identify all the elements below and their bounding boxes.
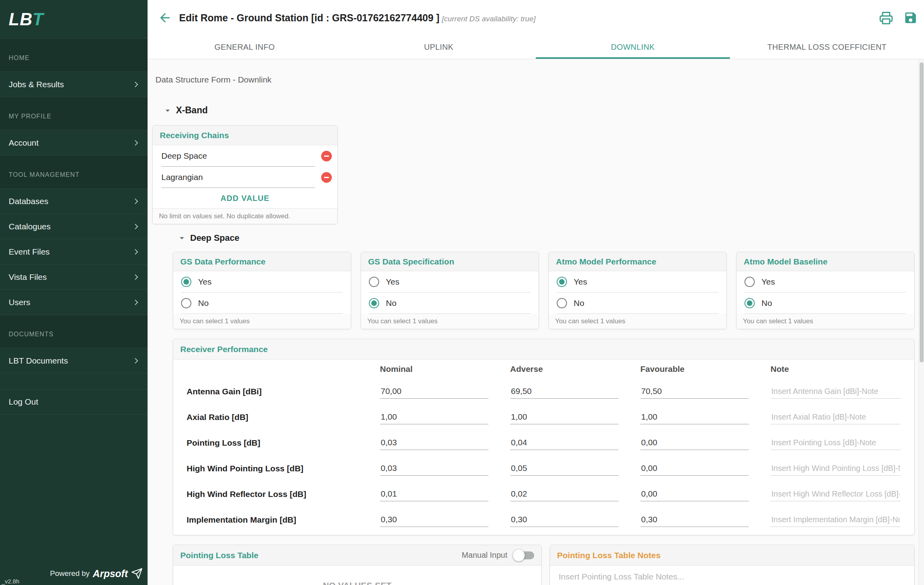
- arpsoft-logo-icon: [131, 568, 143, 579]
- chevron-right-icon: [132, 80, 140, 89]
- row-label: High Wind Pointing Loss [dB]: [183, 464, 380, 473]
- favourable-input[interactable]: [640, 384, 749, 399]
- manual-input-toggle[interactable]: [514, 551, 534, 559]
- sidebar-item-label: Event Files: [9, 247, 50, 257]
- save-button[interactable]: [903, 11, 918, 25]
- adverse-input[interactable]: [510, 461, 619, 476]
- sidebar-item-event-files[interactable]: Event Files: [0, 239, 148, 264]
- option-label: No: [198, 298, 209, 308]
- option-row: Yes: [557, 271, 718, 292]
- scrollbar-track[interactable]: [918, 59, 924, 585]
- nominal-input[interactable]: [380, 487, 488, 501]
- app-logo[interactable]: LBT: [9, 9, 44, 29]
- form-title: Data Structure Form - Downlink: [155, 59, 919, 84]
- add-value-button[interactable]: ADD VALUE: [221, 194, 269, 203]
- chevron-right-icon: [132, 273, 140, 281]
- sidebar-item-log-out[interactable]: Log Out: [0, 389, 148, 414]
- chevron-right-icon: [132, 298, 140, 307]
- column-header-note: Note: [771, 364, 905, 374]
- tab-label: DOWNLINK: [611, 43, 655, 52]
- bottom-cards-row: Pointing Loss Table Manual Input NO VALU…: [173, 545, 919, 585]
- sidebar-item-databases[interactable]: Databases: [0, 189, 148, 214]
- favourable-input[interactable]: [640, 410, 749, 424]
- gs-data-specification-card: GS Data Specification Yes No You can sel…: [361, 252, 539, 329]
- logo-block: LBT: [0, 0, 148, 39]
- note-input[interactable]: [771, 436, 901, 450]
- sidebar-footer: Powered by Arpsoft: [50, 568, 143, 579]
- favourable-input[interactable]: [640, 512, 749, 527]
- radio-no[interactable]: [557, 298, 567, 308]
- receiver-performance-table: Nominal Adverse Favourable Note Antenna …: [173, 360, 914, 535]
- note-input[interactable]: [771, 487, 901, 501]
- note-input[interactable]: [771, 384, 901, 399]
- tab-thermal-loss-coefficient[interactable]: THERMAL LOSS COEFFICIENT: [730, 36, 924, 59]
- list-item: Deep Space: [153, 145, 337, 167]
- print-button[interactable]: [879, 11, 893, 25]
- sidebar-item-vista-files[interactable]: Vista Files: [0, 264, 148, 290]
- receiver-performance-title: Receiver Performance: [173, 339, 914, 360]
- sidebar-item-users[interactable]: Users: [0, 290, 148, 315]
- row-label: Implementation Margin [dB]: [183, 515, 380, 525]
- sidebar-item-jobs-results[interactable]: Jobs & Results: [0, 72, 148, 97]
- adverse-input[interactable]: [510, 512, 619, 527]
- printer-icon: [879, 11, 893, 25]
- option-label: Yes: [198, 277, 211, 287]
- section-header-x-band[interactable]: X-Band: [163, 105, 919, 116]
- adverse-input[interactable]: [510, 435, 619, 450]
- favourable-input[interactable]: [640, 461, 749, 476]
- sidebar-item-label: LBT Documents: [9, 356, 68, 366]
- nominal-input[interactable]: [380, 461, 488, 476]
- section-label: Deep Space: [190, 233, 239, 243]
- nominal-input[interactable]: [380, 410, 488, 424]
- chevron-right-icon: [132, 139, 140, 147]
- adverse-input[interactable]: [510, 384, 619, 399]
- radio-yes[interactable]: [181, 277, 191, 287]
- adverse-input[interactable]: [510, 410, 619, 424]
- chain-value-field[interactable]: Lagrangian: [161, 167, 315, 188]
- card-title: Atmo Model Baseline: [737, 252, 914, 271]
- sidebar-item-account[interactable]: Account: [0, 130, 148, 156]
- back-button[interactable]: [158, 11, 172, 25]
- nominal-input[interactable]: [380, 512, 488, 527]
- note-input[interactable]: [771, 461, 901, 476]
- tab-bar: GENERAL INFO UPLINK DOWNLINK THERMAL LOS…: [148, 36, 924, 59]
- option-label: Yes: [574, 277, 587, 287]
- section-header-deep-space[interactable]: Deep Space: [177, 233, 919, 243]
- card-title: GS Data Performance: [173, 252, 351, 271]
- table-row: Axial Ratio [dB]: [183, 404, 905, 430]
- option-row: Yes: [744, 271, 906, 292]
- adverse-input[interactable]: [510, 487, 619, 501]
- favourable-input[interactable]: [640, 487, 749, 501]
- receiving-chains-title: Receiving Chains: [153, 126, 337, 145]
- table-row: Implementation Margin [dB]: [183, 507, 905, 532]
- sidebar-item-lbt-documents[interactable]: LBT Documents: [0, 348, 148, 373]
- tab-uplink[interactable]: UPLINK: [342, 36, 536, 59]
- tab-downlink[interactable]: DOWNLINK: [536, 36, 730, 59]
- nominal-input[interactable]: [380, 384, 488, 399]
- option-row: Yes: [369, 271, 531, 292]
- radio-yes[interactable]: [557, 277, 567, 287]
- atmo-model-baseline-card: Atmo Model Baseline Yes No You can selec…: [736, 252, 915, 329]
- scrollbar-thumb[interactable]: [920, 62, 924, 362]
- table-row: Antenna Gain [dBi]: [183, 379, 905, 404]
- tab-label: GENERAL INFO: [215, 43, 275, 52]
- remove-value-button[interactable]: [321, 172, 332, 183]
- nominal-input[interactable]: [380, 435, 488, 450]
- sidebar-item-catalogues[interactable]: Catalogues: [0, 214, 148, 239]
- radio-no[interactable]: [369, 298, 379, 308]
- sidebar-item-label: Users: [9, 298, 30, 307]
- column-header-adverse: Adverse: [510, 364, 640, 374]
- radio-no[interactable]: [181, 298, 191, 308]
- radio-yes[interactable]: [369, 277, 379, 287]
- sidebar-section-documents: DOCUMENTS: [0, 315, 148, 348]
- chain-value-field[interactable]: Deep Space: [161, 145, 315, 167]
- favourable-input[interactable]: [640, 435, 749, 450]
- radio-yes[interactable]: [744, 277, 755, 287]
- pointing-loss-notes-input[interactable]: [559, 572, 905, 581]
- radio-no[interactable]: [744, 298, 755, 308]
- tab-general-info[interactable]: GENERAL INFO: [148, 36, 342, 59]
- note-input[interactable]: [771, 410, 901, 424]
- note-input[interactable]: [771, 513, 901, 527]
- option-row: No: [181, 292, 343, 314]
- remove-value-button[interactable]: [321, 151, 332, 161]
